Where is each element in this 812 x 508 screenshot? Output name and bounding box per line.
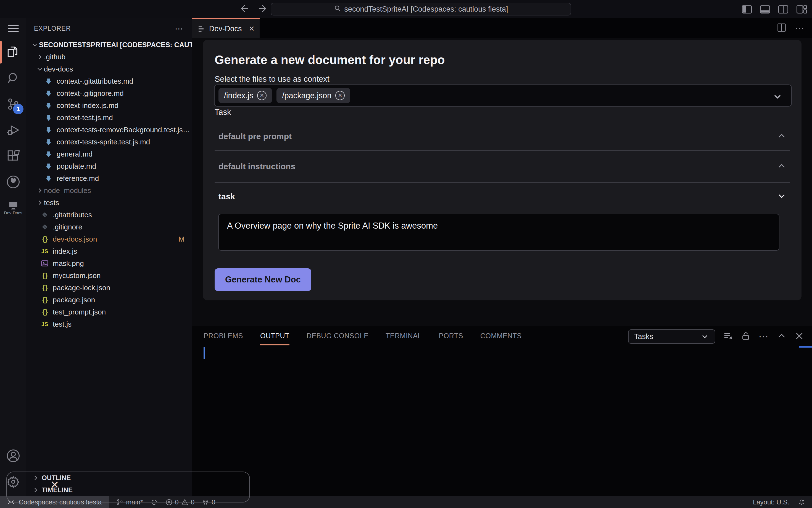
github-icon[interactable] (0, 169, 26, 195)
task-textarea[interactable]: A Overview page on why the Sprite AI SDK… (218, 214, 779, 251)
section-default-instructions[interactable]: default instructions (215, 151, 790, 183)
select-chevron-down-icon[interactable] (772, 91, 783, 103)
back-icon[interactable] (238, 3, 250, 15)
tree-item-label: reference.md (56, 174, 99, 183)
maximize-panel-icon[interactable] (777, 331, 786, 342)
account-icon[interactable] (0, 443, 26, 469)
layout-indicator[interactable]: Layout: U.S. (753, 498, 789, 506)
modified-badge: M (178, 235, 192, 244)
panel-tab-ports[interactable]: PORTS (439, 326, 463, 345)
editor-tab-bar: Dev-Docs ✕ ⋯ (192, 18, 812, 38)
chevron-down-icon[interactable] (776, 190, 787, 203)
tree-item[interactable]: node_modules (26, 184, 192, 197)
editor-more-icon[interactable]: ⋯ (795, 23, 805, 34)
tree-item[interactable]: mask.png (26, 257, 192, 269)
tree-item[interactable]: context-tests-removeBackground.test.js… (26, 124, 192, 136)
section-label: default instructions (215, 162, 295, 171)
tree-item[interactable]: populate.md (26, 160, 192, 172)
devdocs-extension-icon[interactable]: Dev-Docs (0, 195, 26, 221)
md-file-icon (44, 114, 53, 122)
chip-remove-icon[interactable]: ✕ (335, 91, 345, 100)
tab-close-icon[interactable]: ✕ (249, 25, 255, 33)
command-center-search[interactable]: secondTestSpriteAI [Codespaces: cautious… (271, 3, 571, 15)
forward-icon[interactable] (257, 3, 269, 15)
toggle-primary-sidebar-icon[interactable] (741, 4, 752, 16)
tree-item[interactable]: reference.md (26, 172, 192, 184)
tree-item[interactable]: JSindex.js (26, 245, 192, 257)
md-file-icon (44, 126, 53, 134)
panel-tab-terminal[interactable]: TERMINAL (385, 326, 421, 345)
tree-item-label: dev-docs (44, 65, 73, 74)
run-debug-icon[interactable] (0, 117, 26, 143)
md-file-icon (44, 162, 53, 170)
tree-item-label: context-test.js.md (56, 114, 113, 122)
context-files-select[interactable]: /index.js✕/package.json✕ (214, 84, 792, 107)
customize-layout-icon[interactable] (796, 4, 807, 16)
tab-devdocs[interactable]: Dev-Docs ✕ (192, 18, 260, 38)
json-file-icon: { } (40, 235, 49, 243)
lock-icon[interactable] (741, 331, 751, 342)
tree-item[interactable]: { }package.json (26, 294, 192, 306)
image-file-icon (40, 259, 49, 267)
split-editor-icon[interactable] (777, 23, 786, 34)
section-default-pre-prompt[interactable]: default pre prompt (215, 123, 790, 151)
tree-item[interactable]: .gitignore (26, 221, 192, 233)
tree-item[interactable]: { }package-lock.json (26, 282, 192, 294)
chip-remove-icon[interactable]: ✕ (257, 91, 267, 100)
toggle-panel-icon[interactable] (760, 4, 771, 16)
tree-item[interactable]: dev-docs (26, 63, 192, 75)
explorer-more-actions-icon[interactable]: ⋯ (175, 24, 184, 33)
md-file-icon (44, 101, 53, 109)
tree-item[interactable]: context-tests-sprite.test.js.md (26, 136, 192, 148)
context-file-chip[interactable]: /package.json✕ (277, 88, 350, 103)
menu-icon[interactable] (0, 18, 26, 39)
notifications-bell-icon[interactable] (798, 498, 805, 506)
tree-item[interactable]: context-.gitattributes.md (26, 75, 192, 87)
chip-label: /index.js (224, 91, 253, 100)
tree-item[interactable]: context-index.js.md (26, 99, 192, 112)
source-control-icon[interactable]: 1 (0, 91, 26, 117)
tree-item-label: context-tests-sprite.test.js.md (56, 138, 150, 146)
tree-item-label: context-.gitignore.md (56, 89, 124, 98)
panel-tab-output[interactable]: OUTPUT (260, 326, 289, 345)
tree-item[interactable]: .github (26, 51, 192, 63)
explorer-icon[interactable] (0, 39, 26, 65)
panel-tab-comments[interactable]: COMMENTS (480, 326, 522, 345)
panel-tab-problems[interactable]: PROBLEMS (204, 326, 243, 345)
context-file-chip[interactable]: /index.js✕ (218, 88, 272, 103)
tree-item[interactable]: tests (26, 197, 192, 209)
close-panel-icon[interactable] (794, 331, 804, 342)
page-title: Generate a new document for your repo (215, 53, 445, 67)
search-sidebar-icon[interactable] (0, 65, 26, 91)
generate-new-doc-button[interactable]: Generate New Doc (215, 268, 311, 291)
toggle-secondary-sidebar-icon[interactable] (778, 4, 789, 16)
output-channel-dropdown[interactable]: Tasks (628, 329, 715, 344)
chevron-up-icon[interactable] (776, 160, 787, 173)
section-task[interactable]: task (215, 183, 790, 210)
file-tree: SECONDTESTSPRITEAI [CODESPACES: CAUTIO….… (26, 39, 192, 330)
tree-item[interactable]: JStest.js (26, 318, 192, 330)
clear-output-icon[interactable] (723, 331, 733, 342)
tree-item[interactable]: general.md (26, 148, 192, 160)
panel-tab-debug-console[interactable]: DEBUG CONSOLE (307, 326, 369, 345)
tree-item[interactable]: { }mycustom.json (26, 269, 192, 282)
panel-more-icon[interactable]: ⋯ (759, 331, 769, 342)
context-label: Select the files to use as context (215, 75, 329, 84)
tree-item[interactable]: .gitattributes (26, 209, 192, 221)
scrollbar-indicator[interactable] (799, 346, 812, 348)
tree-item[interactable]: context-.gitignore.md (26, 87, 192, 99)
tree-item[interactable]: context-test.js.md (26, 112, 192, 124)
extensions-icon[interactable] (0, 143, 26, 169)
tree-item[interactable]: { }test_prompt.json (26, 306, 192, 318)
tree-item-label: package-lock.json (53, 284, 110, 292)
tree-item[interactable]: SECONDTESTSPRITEAI [CODESPACES: CAUTIO… (26, 39, 192, 51)
tree-item[interactable]: { }dev-docs.jsonM (26, 233, 192, 245)
chevron-right-icon (36, 53, 44, 60)
chevron-up-icon[interactable] (776, 130, 787, 142)
devdocs-webview: Generate a new document for your repo Se… (192, 38, 812, 326)
git-file-icon (40, 223, 49, 231)
devdocs-extension-label: Dev-Docs (4, 210, 23, 215)
generate-doc-card: Generate a new document for your repo Se… (203, 40, 802, 300)
git-file-icon (40, 211, 49, 219)
scm-badge: 1 (13, 104, 24, 114)
